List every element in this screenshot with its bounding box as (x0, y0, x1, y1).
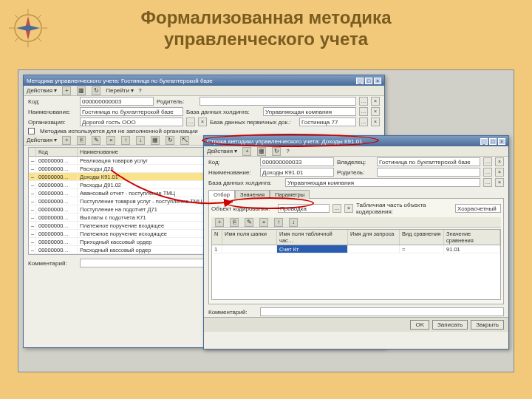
col-cmp[interactable]: Вид сравнения (400, 230, 444, 245)
label-holding2: База данных холдинга: (208, 180, 282, 186)
maximize-icon[interactable]: □ (365, 78, 372, 84)
checkbox-label: Методика используется для не заполненной… (40, 128, 198, 134)
clear-button[interactable]: × (495, 178, 504, 187)
select-button[interactable]: … (332, 204, 341, 213)
tool-icon[interactable]: ▦ (151, 136, 160, 145)
clear-button[interactable]: × (495, 157, 504, 166)
col-val[interactable]: Значение сравнения (444, 230, 500, 245)
footer-buttons: OK Записать Закрыть (204, 317, 508, 332)
delete-icon[interactable]: × (259, 218, 268, 227)
col-req[interactable]: Имя для запроса (348, 230, 400, 245)
input-code[interactable]: 000000000003 (80, 97, 154, 106)
col-n[interactable]: N (212, 230, 222, 245)
help-icon[interactable]: ? (286, 148, 289, 154)
minimize-icon[interactable]: _ (356, 78, 364, 84)
up-icon[interactable]: ↑ (274, 218, 283, 227)
down-icon[interactable]: ↓ (289, 218, 298, 227)
toolbar-1: Действия ▾ + ▦ ↻ Перейти ▾ ? (24, 86, 384, 96)
titlebar-1[interactable]: Методика управленческого учета: Гостиниц… (24, 75, 384, 86)
tab-values[interactable]: Значения (235, 190, 270, 199)
select-button[interactable]: … (483, 168, 492, 177)
tab-filter[interactable]: Отбор (208, 190, 235, 199)
input-name[interactable]: Гостиница по бухгалтерской базе (80, 107, 183, 116)
add-row-icon[interactable]: + (62, 136, 71, 145)
clear-button[interactable]: × (371, 107, 380, 116)
grid-actions-menu[interactable]: Действия ▾ (27, 137, 57, 143)
minimize-icon[interactable]: _ (480, 138, 488, 145)
copy-icon[interactable]: ⎘ (77, 136, 86, 145)
label-parent: Родитель: (157, 98, 197, 105)
input-parent2[interactable] (377, 168, 480, 177)
label-code2: Код: (208, 159, 257, 166)
add-icon[interactable]: + (215, 218, 224, 227)
input-name2[interactable]: Доходы К91.01 (260, 168, 334, 177)
col-cap[interactable]: Имя поля шапки (222, 230, 277, 245)
clear-button[interactable]: × (344, 204, 353, 213)
select-button[interactable]: … (186, 117, 195, 126)
tool-icon[interactable]: ↻ (92, 86, 100, 95)
tool-icon[interactable]: ▦ (257, 147, 266, 156)
goto-menu[interactable]: Перейти ▾ (106, 87, 134, 94)
close-icon[interactable]: × (498, 138, 505, 145)
window-title-1: Методика управленческого учета: Гостиниц… (27, 78, 213, 84)
close-button[interactable]: Закрыть (471, 320, 504, 330)
label-comment2: Комментарий: (208, 309, 257, 316)
svg-line-5 (15, 15, 18, 18)
select-button[interactable]: … (359, 117, 368, 126)
select-button[interactable]: … (359, 97, 368, 106)
page-title: Формализованная методика управленческого… (0, 0, 532, 50)
input-holding2[interactable]: Управляющая компания (285, 178, 480, 187)
clear-button[interactable]: × (371, 97, 380, 106)
titlebar-2[interactable]: Строка методики управленческого учета: Д… (204, 136, 508, 146)
input-obj-code[interactable]: Проводка (278, 204, 330, 213)
actions-menu[interactable]: Действия ▾ (27, 87, 57, 94)
select-button[interactable]: … (483, 178, 492, 187)
tool-icon[interactable]: + (242, 147, 251, 156)
actions-menu-2[interactable]: Действия ▾ (207, 148, 237, 154)
checkbox-unused-org[interactable] (28, 128, 35, 134)
tool-icon[interactable]: ▦ (77, 86, 86, 95)
label-tab-part: Табличная часть объекта кодирования: (356, 202, 452, 215)
input-primary[interactable]: Гостиница 77 (299, 117, 356, 126)
tool-icon[interactable]: ↻ (272, 147, 281, 156)
input-holding[interactable]: Управляющая компания (263, 107, 356, 116)
edit-icon[interactable]: ✎ (245, 218, 253, 227)
add-icon[interactable]: + (62, 86, 71, 95)
label-owner: Владелец: (337, 159, 374, 166)
input-code2[interactable]: 000000000033 (260, 157, 334, 166)
maximize-icon[interactable]: □ (489, 138, 497, 145)
tabs: Отбор Значения Параметры (208, 189, 504, 198)
refresh-icon[interactable]: ↻ (166, 136, 174, 145)
input-tab-part[interactable]: Хозрасчетный (455, 204, 501, 213)
tab-params[interactable]: Параметры (270, 190, 310, 199)
edit-icon[interactable]: ✎ (92, 136, 100, 145)
input-parent[interactable] (200, 97, 356, 106)
label-code: Код: (28, 98, 77, 105)
label-name2: Наименование: (208, 169, 257, 176)
select-button[interactable]: … (483, 157, 492, 166)
input-org[interactable]: Дорогой гость ООО (80, 117, 183, 126)
close-icon[interactable]: × (374, 78, 381, 84)
col-code[interactable]: Код (36, 148, 78, 156)
window-title-2: Строка методики управленческого учета: Д… (207, 138, 363, 145)
copy-icon[interactable]: ⎘ (230, 218, 239, 227)
move-up-icon[interactable]: ↑ (121, 136, 130, 145)
help-icon[interactable]: ? (138, 87, 141, 94)
clear-button[interactable]: × (495, 168, 504, 177)
hierarchy-icon[interactable]: ⛏ (180, 136, 189, 145)
svg-marker-10 (16, 25, 40, 31)
filter-grid[interactable]: N Имя поля шапки Имя поля табличной час…… (211, 229, 501, 300)
select-button[interactable]: … (359, 107, 368, 116)
write-button[interactable]: Записать (432, 320, 468, 330)
page-title-line1: Формализованная методика (0, 7, 532, 29)
delete-icon[interactable]: × (106, 136, 115, 145)
clear-button[interactable]: × (198, 117, 207, 126)
input-owner[interactable]: Гостиница по бухгалтерской базе (377, 157, 480, 166)
label-name: Наименование: (28, 109, 77, 115)
move-down-icon[interactable]: ↓ (136, 136, 145, 145)
input-comment2[interactable] (260, 307, 504, 316)
col-tab[interactable]: Имя поля табличной час… (277, 230, 348, 245)
ok-button[interactable]: OK (410, 320, 429, 330)
filter-row[interactable]: 1 Счет Кт = 91.01 (212, 245, 500, 253)
clear-button[interactable]: × (371, 117, 380, 126)
